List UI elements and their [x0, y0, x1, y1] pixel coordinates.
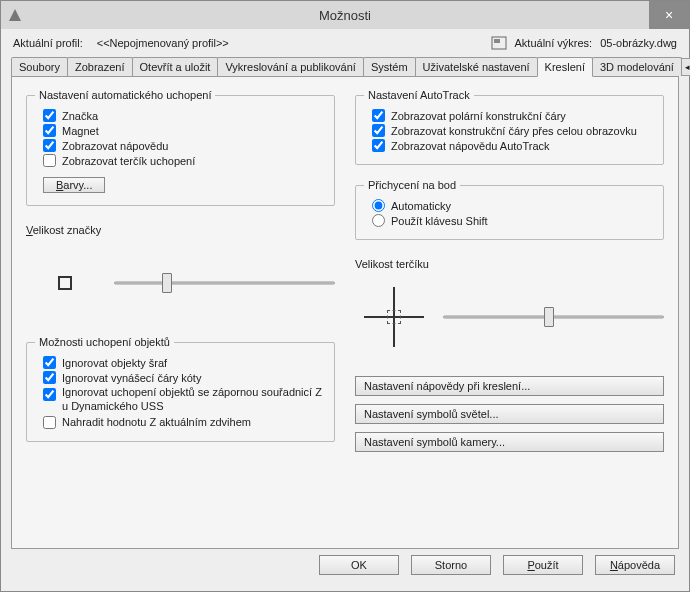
- tab-system[interactable]: Systém: [363, 57, 416, 76]
- left-column: Nastavení automatického uchopení Značka …: [26, 89, 335, 536]
- marker-preview: [30, 248, 100, 318]
- osnap-options-group: Možnosti uchopení objektů Ignorovat obje…: [26, 336, 335, 442]
- replacez-input[interactable]: [43, 416, 56, 429]
- cancel-button[interactable]: Storno: [411, 555, 491, 575]
- current-profile-label: Aktuální profil:: [13, 37, 83, 49]
- options-dialog: Možnosti × Aktuální profil: <<Nepojmenov…: [0, 0, 690, 592]
- autosnap-title: Nastavení automatického uchopení: [35, 89, 215, 101]
- ok-button[interactable]: OK: [319, 555, 399, 575]
- target-size-slider[interactable]: [443, 306, 664, 328]
- aperture-checkbox[interactable]: Zobrazovat terčík uchopení: [43, 154, 326, 167]
- camera-glyph-settings-button[interactable]: Nastavení symbolů kamery...: [355, 432, 664, 452]
- magnet-label: Magnet: [62, 125, 99, 137]
- svg-marker-0: [9, 9, 21, 21]
- ignore-negz-label: Ignorovat uchopení objektů se zápornou s…: [62, 386, 326, 414]
- aperture-checkbox-input[interactable]: [43, 154, 56, 167]
- acquire-auto-radio[interactable]: Automaticky: [372, 199, 655, 212]
- acquire-shift-radio[interactable]: Použít klávesu Shift: [372, 214, 655, 227]
- dialog-footer: OK Storno Použít Nápověda: [1, 555, 689, 585]
- tab-otevrit-ulozit[interactable]: Otevřít a uložit: [132, 57, 219, 76]
- marker-size-group: Velikost značky: [26, 224, 335, 322]
- autosnap-tooltip-label: Zobrazovat nápovědu: [62, 140, 168, 152]
- ignore-negz-input[interactable]: [43, 388, 56, 401]
- autotrack-tooltip-checkbox[interactable]: Zobrazovat nápovědu AutoTrack: [372, 139, 655, 152]
- target-size-group: Velikost terčíku: [355, 258, 664, 356]
- polar-input[interactable]: [372, 109, 385, 122]
- current-profile-name: <<Nepojmenovaný profil>>: [97, 37, 229, 49]
- ignore-dimext-checkbox[interactable]: Ignorovat vynášecí čáry kóty: [43, 371, 326, 384]
- fullscreen-track-input[interactable]: [372, 124, 385, 137]
- ignore-hatch-input[interactable]: [43, 356, 56, 369]
- app-icon: [7, 7, 23, 23]
- fullscreen-track-label: Zobrazovat konstrukční čáry přes celou o…: [391, 125, 637, 137]
- tab-scroll: ◂ ▸: [681, 58, 690, 76]
- autosnap-tooltip-checkbox-input[interactable]: [43, 139, 56, 152]
- ignore-hatch-label: Ignorovat objekty šraf: [62, 357, 167, 369]
- acquire-shift-input[interactable]: [372, 214, 385, 227]
- autotrack-group: Nastavení AutoTrack Zobrazovat polární k…: [355, 89, 664, 165]
- tab-uzivatelske[interactable]: Uživatelské nastavení: [415, 57, 538, 76]
- autotrack-tooltip-label: Zobrazovat nápovědu AutoTrack: [391, 140, 550, 152]
- tab-vykreslovani[interactable]: Vykreslování a publikování: [217, 57, 363, 76]
- tab-soubory[interactable]: Soubory: [11, 57, 68, 76]
- acquire-auto-label: Automaticky: [391, 200, 451, 212]
- marker-checkbox[interactable]: Značka: [43, 109, 326, 122]
- ignore-hatch-checkbox[interactable]: Ignorovat objekty šraf: [43, 356, 326, 369]
- tab-prev-button[interactable]: ◂: [681, 58, 690, 76]
- light-glyph-settings-button[interactable]: Nastavení symbolů světel...: [355, 404, 664, 424]
- autotrack-title: Nastavení AutoTrack: [364, 89, 474, 101]
- replacez-checkbox[interactable]: Nahradit hodnotu Z aktuálním zdvihem: [43, 416, 326, 429]
- autotrack-tooltip-input[interactable]: [372, 139, 385, 152]
- point-acquisition-title: Přichycení na bod: [364, 179, 460, 191]
- svg-rect-2: [494, 39, 500, 43]
- marker-size-title: Velikost značky: [26, 224, 335, 236]
- ignore-negz-checkbox[interactable]: Ignorovat uchopení objektů se zápornou s…: [43, 386, 326, 414]
- titlebar: Možnosti ×: [1, 1, 689, 29]
- apply-button[interactable]: Použít: [503, 555, 583, 575]
- autosnap-group: Nastavení automatického uchopení Značka …: [26, 89, 335, 206]
- tab-3d-modelovani[interactable]: 3D modelování: [592, 57, 682, 76]
- drafting-tooltip-settings-button[interactable]: Nastavení nápovědy při kreslení...: [355, 376, 664, 396]
- aperture-label: Zobrazovat terčík uchopení: [62, 155, 195, 167]
- marker-label: Značka: [62, 110, 98, 122]
- marker-size-slider[interactable]: [114, 272, 335, 294]
- tab-zobrazeni[interactable]: Zobrazení: [67, 57, 133, 76]
- current-drawing-label: Aktuální výkres:: [515, 37, 593, 49]
- profile-row: Aktuální profil: <<Nepojmenovaný profil>…: [1, 29, 689, 55]
- tab-content: Nastavení automatického uchopení Značka …: [11, 77, 679, 549]
- point-acquisition-group: Přichycení na bod Automaticky Použít klá…: [355, 179, 664, 240]
- replacez-label: Nahradit hodnotu Z aktuálním zdvihem: [62, 416, 251, 428]
- acquire-shift-label: Použít klávesu Shift: [391, 215, 488, 227]
- tab-kresleni[interactable]: Kreslení: [537, 57, 593, 77]
- help-button[interactable]: Nápověda: [595, 555, 675, 575]
- tab-strip: Soubory Zobrazení Otevřít a uložit Vykre…: [11, 55, 679, 77]
- autosnap-tooltip-checkbox[interactable]: Zobrazovat nápovědu: [43, 139, 326, 152]
- target-size-title: Velikost terčíku: [355, 258, 664, 270]
- dwg-icon: [491, 35, 507, 51]
- colors-button[interactable]: Barvy...: [43, 177, 105, 193]
- current-drawing-name: 05-obrázky.dwg: [600, 37, 677, 49]
- osnap-options-title: Možnosti uchopení objektů: [35, 336, 174, 348]
- acquire-auto-input[interactable]: [372, 199, 385, 212]
- magnet-checkbox-input[interactable]: [43, 124, 56, 137]
- magnet-checkbox[interactable]: Magnet: [43, 124, 326, 137]
- close-button[interactable]: ×: [649, 1, 689, 29]
- ignore-dimext-label: Ignorovat vynášecí čáry kóty: [62, 372, 201, 384]
- ignore-dimext-input[interactable]: [43, 371, 56, 384]
- window-title: Možnosti: [1, 8, 689, 23]
- marker-checkbox-input[interactable]: [43, 109, 56, 122]
- polar-checkbox[interactable]: Zobrazovat polární konstrukční čáry: [372, 109, 655, 122]
- polar-label: Zobrazovat polární konstrukční čáry: [391, 110, 566, 122]
- fullscreen-track-checkbox[interactable]: Zobrazovat konstrukční čáry přes celou o…: [372, 124, 655, 137]
- right-column: Nastavení AutoTrack Zobrazovat polární k…: [355, 89, 664, 536]
- target-preview: [359, 282, 429, 352]
- right-buttons-group: Nastavení nápovědy při kreslení... Nasta…: [355, 376, 664, 460]
